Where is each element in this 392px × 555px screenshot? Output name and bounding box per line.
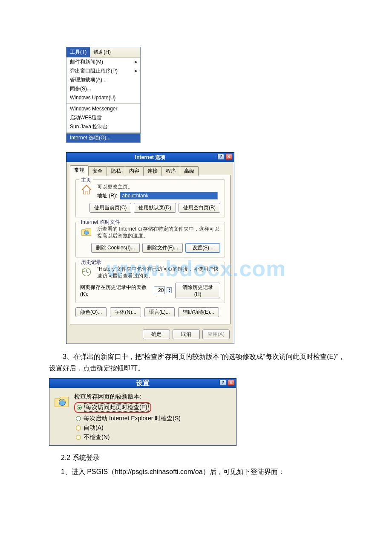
tab-programs[interactable]: 程序 bbox=[161, 166, 180, 176]
radio-never[interactable] bbox=[76, 435, 81, 440]
menu-messenger[interactable]: Windows Messenger bbox=[66, 104, 140, 113]
psgis-instruction: 1、进入 PSGIS（http://psgis.chinasofti.com/o… bbox=[61, 468, 345, 477]
menu-manage-addons[interactable]: 管理加载项(A)... bbox=[66, 75, 140, 84]
radio-every-start[interactable] bbox=[76, 416, 81, 421]
menu-web-thunder[interactable]: 启动WEB迅雷 bbox=[66, 113, 140, 122]
temp-note: 所查看的 Internet 页存储在特定的文件夹中，这样可以提高以后浏览的速度。 bbox=[97, 225, 220, 239]
menu-popup-blocker[interactable]: 弹出窗口阻止程序(P)▶ bbox=[66, 66, 140, 75]
help-button[interactable]: ? bbox=[219, 380, 226, 386]
tab-general[interactable]: 常规 bbox=[70, 165, 89, 175]
use-current-page-button[interactable]: 使用当前页(C) bbox=[89, 203, 132, 213]
menu-sync[interactable]: 同步(S)... bbox=[66, 84, 140, 93]
home-note: 可以更改主页。 bbox=[97, 183, 220, 190]
dialog-title: 设置 bbox=[136, 379, 150, 388]
opt-every-visit-label: 每次访问此页时检查(E) bbox=[84, 403, 149, 412]
opt-every-start-label: 每次启动 Internet Explorer 时检查(S) bbox=[84, 415, 181, 422]
opt-never-label: 不检查(N) bbox=[84, 434, 110, 441]
instruction-step-3: 3、在弹出的新窗口中，把“检查所存网页的较新版本”的选项修改成“每次访问此页时检… bbox=[49, 351, 345, 374]
address-label: 地址 (R): bbox=[97, 192, 117, 199]
internet-options-dialog: Internet 选项 ? ✕ 常规 安全 隐私 内容 连接 程序 高级 主页 … bbox=[66, 152, 234, 344]
dialog-titlebar: Internet 选项 ? ✕ bbox=[66, 153, 234, 162]
temp-settings-button[interactable]: 设置(S)... bbox=[185, 243, 220, 253]
use-default-page-button[interactable]: 使用默认页(D) bbox=[134, 203, 176, 213]
accessibility-button[interactable]: 辅助功能(E)... bbox=[178, 307, 219, 317]
submenu-arrow-icon: ▶ bbox=[135, 58, 138, 66]
tools-menu-title[interactable]: 工具(T) bbox=[66, 47, 90, 57]
use-blank-page-button[interactable]: 使用空白页(B) bbox=[179, 203, 220, 213]
menu-windows-update[interactable]: Windows Update(U) bbox=[66, 93, 140, 102]
close-button[interactable]: ✕ bbox=[228, 380, 234, 386]
menu-sun-java[interactable]: Sun Java 控制台 bbox=[66, 122, 140, 131]
menu-separator bbox=[66, 132, 140, 133]
menu-separator bbox=[66, 103, 140, 104]
fonts-button[interactable]: 字体(N)... bbox=[110, 307, 141, 317]
apply-button[interactable]: 应用(A) bbox=[202, 330, 230, 339]
menu-mail-news[interactable]: 邮件和新闻(M)▶ bbox=[66, 58, 140, 66]
group-title-temp: Internet 临时文件 bbox=[79, 219, 122, 226]
tab-advanced[interactable]: 高级 bbox=[180, 166, 199, 176]
help-menu-title[interactable]: 帮助(H) bbox=[90, 47, 114, 57]
settings-dialog: 设置 ? ✕ 检查所存网页的较新版本: 每次访问此页时检查(E) 每次启动 In… bbox=[49, 378, 236, 446]
spin-down-icon: ▼ bbox=[167, 290, 171, 293]
group-history: 历史记录 “History”文件夹中包含有已访问页的链接，可使用户快速访问最近查… bbox=[75, 262, 225, 303]
dialog-titlebar: 设置 ? ✕ bbox=[49, 379, 236, 388]
history-days-spinner[interactable]: ▲▼ bbox=[167, 287, 172, 293]
delete-files-button[interactable]: 删除文件(F)... bbox=[142, 243, 183, 253]
languages-button[interactable]: 语言(L)... bbox=[144, 307, 175, 317]
ie-folder-icon bbox=[54, 393, 70, 409]
group-title-history: 历史记录 bbox=[79, 259, 103, 266]
opt-auto-label: 自动(A) bbox=[84, 424, 104, 432]
tab-security[interactable]: 安全 bbox=[88, 166, 107, 176]
history-note: “History”文件夹中包含有已访问页的链接，可使用户快速访问最近查看过的页。 bbox=[97, 266, 220, 279]
address-input[interactable]: about:blank bbox=[120, 192, 218, 199]
tabs-bar: 常规 安全 隐私 内容 连接 程序 高级 bbox=[66, 162, 234, 175]
tab-connections[interactable]: 连接 bbox=[143, 166, 162, 176]
settings-heading: 检查所存网页的较新版本: bbox=[74, 393, 181, 401]
tab-panel-general: 主页 可以更改主页。 地址 (R): about:blank 使用当前页(C) … bbox=[70, 175, 231, 324]
menu-internet-options[interactable]: Internet 选项(O)... bbox=[66, 133, 140, 142]
history-days-input[interactable]: 20 bbox=[154, 286, 165, 294]
cancel-button[interactable]: 取消 bbox=[173, 330, 200, 339]
group-title-homepage: 主页 bbox=[79, 176, 93, 184]
dialog-title: Internet 选项 bbox=[135, 154, 165, 161]
section-2-2-heading: 2.2 系统登录 bbox=[61, 454, 345, 462]
help-button[interactable]: ? bbox=[217, 154, 224, 160]
ok-button[interactable]: 确定 bbox=[143, 330, 170, 339]
submenu-arrow-icon: ▶ bbox=[135, 67, 138, 75]
history-days-label: 网页保存在历史记录中的天数 (K): bbox=[80, 284, 152, 297]
colors-button[interactable]: 颜色(O)... bbox=[75, 307, 107, 317]
tools-menu-dropdown: 工具(T) 帮助(H) 邮件和新闻(M)▶ 弹出窗口阻止程序(P)▶ 管理加载项… bbox=[66, 47, 141, 143]
history-icon bbox=[80, 266, 93, 278]
group-homepage: 主页 可以更改主页。 地址 (R): about:blank 使用当前页(C) … bbox=[75, 179, 225, 217]
radio-every-visit[interactable] bbox=[77, 405, 82, 410]
tab-privacy[interactable]: 隐私 bbox=[107, 166, 125, 176]
ie-folder-icon bbox=[80, 225, 93, 238]
tab-content[interactable]: 内容 bbox=[125, 166, 144, 176]
radio-auto[interactable] bbox=[76, 425, 81, 431]
menubar: 工具(T) 帮助(H) bbox=[66, 47, 140, 58]
delete-cookies-button[interactable]: 删除 Cookies(I)... bbox=[91, 243, 140, 253]
clear-history-button[interactable]: 清除历史记录(H) bbox=[175, 283, 220, 298]
close-button[interactable]: ✕ bbox=[225, 154, 232, 160]
home-icon bbox=[80, 183, 93, 196]
group-temp-files: Internet 临时文件 所查看的 Internet 页存储在特定的文件夹中，… bbox=[75, 222, 225, 257]
